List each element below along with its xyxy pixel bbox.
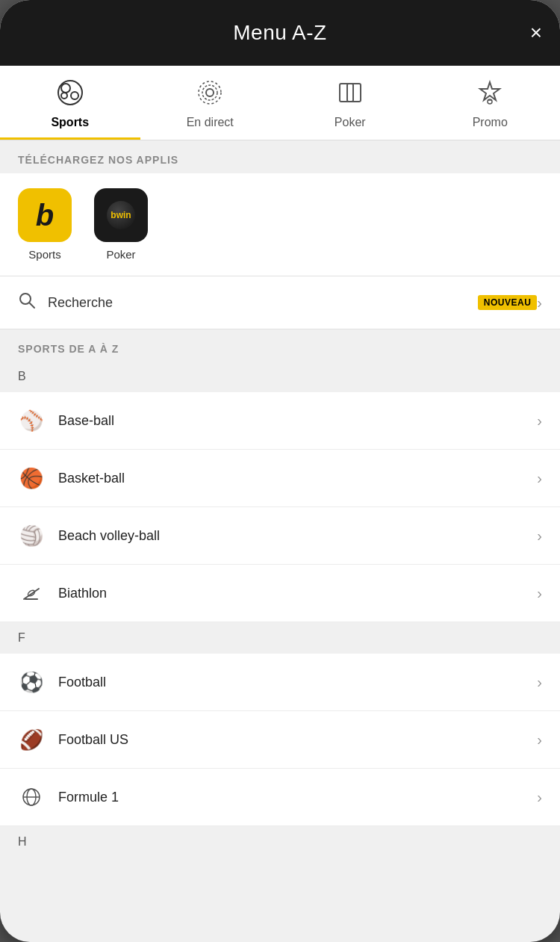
sports-tab-icon <box>57 79 84 111</box>
sports-az-title: SPORTS DE A À Z <box>0 329 560 361</box>
search-text: Recherche <box>48 295 469 311</box>
sport-name-football: Football <box>58 675 537 690</box>
tab-bar: Sports En direct Poker <box>0 66 560 140</box>
sports-app-item[interactable]: b Sports <box>18 188 72 261</box>
beachvolley-icon: 🏐 <box>18 522 45 549</box>
tab-promo[interactable]: Promo <box>420 66 561 140</box>
basketball-chevron-icon: › <box>537 470 542 487</box>
svg-point-4 <box>206 89 214 96</box>
poker-tab-label: Poker <box>335 116 366 129</box>
phone-frame: Menu A-Z × Sports <box>0 0 560 942</box>
basketball-icon: 🏀 <box>18 465 45 492</box>
letter-group-b: B <box>0 361 560 392</box>
formule1-icon <box>18 784 45 811</box>
biathlon-icon <box>18 580 45 607</box>
tab-sports[interactable]: Sports <box>0 66 140 140</box>
apps-section-title: TÉLÉCHARGEZ NOS APPLIS <box>0 140 560 173</box>
football-us-icon: 🏈 <box>18 726 45 753</box>
svg-point-5 <box>202 85 217 100</box>
sport-name-basketball: Basket-ball <box>58 471 537 486</box>
tab-en-direct[interactable]: En direct <box>140 66 281 140</box>
letter-group-f: F <box>0 622 560 654</box>
poker-tab-icon <box>337 79 364 111</box>
football-chevron-icon: › <box>537 674 542 691</box>
sport-name-baseball: Base-ball <box>58 413 537 429</box>
formule1-chevron-icon: › <box>537 789 542 806</box>
letter-group-h: H <box>0 826 560 858</box>
search-row[interactable]: Recherche NOUVEAU › <box>0 276 560 329</box>
svg-marker-9 <box>480 82 500 100</box>
search-icon <box>18 291 36 314</box>
sport-row-football[interactable]: ⚽ Football › <box>0 654 560 711</box>
football-icon: ⚽ <box>18 669 45 695</box>
sports-tab-label: Sports <box>51 116 89 129</box>
poker-app-item[interactable]: bwin Poker <box>94 188 148 261</box>
poker-app-label: Poker <box>106 248 135 261</box>
svg-point-2 <box>71 92 78 99</box>
header-title: Menu A-Z <box>233 21 326 45</box>
svg-point-0 <box>58 81 82 105</box>
sport-row-formule1[interactable]: Formule 1 › <box>0 769 560 826</box>
svg-line-13 <box>29 303 34 308</box>
apps-section: b Sports bwin Poker <box>0 173 560 276</box>
search-chevron-icon: › <box>537 294 542 312</box>
baseball-icon: ⚾ <box>18 407 45 434</box>
sport-name-biathlon: Biathlon <box>58 586 537 601</box>
en-direct-tab-icon <box>196 79 223 111</box>
sport-name-beachvolley: Beach volley-ball <box>58 528 537 544</box>
sport-row-beachvolley[interactable]: 🏐 Beach volley-ball › <box>0 507 560 565</box>
poker-app-icon: bwin <box>94 188 148 242</box>
en-direct-tab-label: En direct <box>187 116 234 129</box>
poker-chip-icon: bwin <box>107 201 135 229</box>
nouveau-badge: NOUVEAU <box>478 295 538 310</box>
promo-tab-icon <box>476 79 503 111</box>
promo-tab-label: Promo <box>473 116 508 129</box>
svg-point-3 <box>61 93 67 99</box>
baseball-chevron-icon: › <box>537 412 542 430</box>
header: Menu A-Z × <box>0 0 560 66</box>
close-button[interactable]: × <box>530 22 542 43</box>
sport-row-basketball[interactable]: 🏀 Basket-ball › <box>0 450 560 507</box>
sports-app-label: Sports <box>28 248 60 261</box>
football-us-chevron-icon: › <box>537 731 542 749</box>
beachvolley-chevron-icon: › <box>537 527 542 545</box>
sport-row-football-us[interactable]: 🏈 Football US › <box>0 711 560 769</box>
svg-point-1 <box>61 84 70 93</box>
sports-app-icon: b <box>18 188 72 242</box>
tab-poker[interactable]: Poker <box>280 66 420 140</box>
sport-row-baseball[interactable]: ⚾ Base-ball › <box>0 392 560 450</box>
biathlon-chevron-icon: › <box>537 585 542 602</box>
sport-name-formule1: Formule 1 <box>58 790 537 805</box>
sport-row-biathlon[interactable]: Biathlon › <box>0 565 560 622</box>
sport-name-football-us: Football US <box>58 732 537 748</box>
